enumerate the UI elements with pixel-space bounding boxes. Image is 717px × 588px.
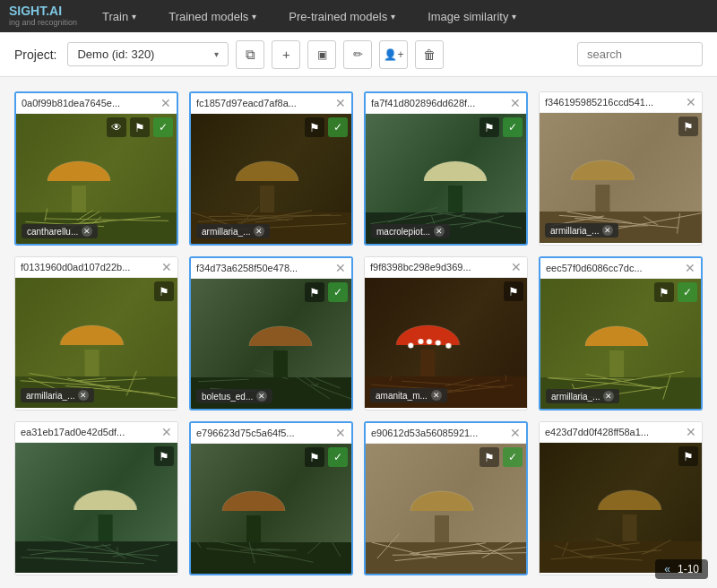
close-icon[interactable]: ✕ xyxy=(161,261,172,273)
image-card: e796623d75c5a64f5...✕⚑✓ xyxy=(189,421,353,575)
card-overlay-icons: 👁⚑✓ xyxy=(107,117,173,137)
card-label: armillaria_...✕ xyxy=(546,389,619,403)
card-overlay-icons: ⚑ xyxy=(154,446,174,466)
label-remove-icon[interactable]: ✕ xyxy=(78,390,89,401)
top-navigation: SIGHT.AI ing and recognition Train ▾ Tra… xyxy=(0,0,717,32)
close-icon[interactable]: ✕ xyxy=(686,426,696,438)
image-card-header: e90612d53a56085921...✕ xyxy=(366,423,526,444)
close-icon[interactable]: ✕ xyxy=(510,427,521,439)
project-dropdown[interactable]: Demo (id: 320) ▾ xyxy=(67,42,229,66)
image-filename: ea31eb17ad0e42d5df... xyxy=(21,427,125,437)
image-card: fc1857d97eacd7af8a...✕⚑✓armillaria_...✕ xyxy=(189,91,353,246)
check-icon: ✓ xyxy=(678,282,697,302)
card-overlay-icons: ⚑✓ xyxy=(654,282,697,302)
project-bar: Project: Demo (id: 320) ▾ ⧉ + ▣ ✏ 👤+ 🗑 xyxy=(0,32,717,77)
nav-train[interactable]: Train ▾ xyxy=(95,6,143,27)
image-card: eec57f0d6086cc7dc...✕⚑✓armillaria_...✕ xyxy=(539,256,703,411)
flag-icon[interactable]: ⚑ xyxy=(479,447,499,467)
label-text: amanita_m... xyxy=(376,391,428,401)
nav-image-similarity[interactable]: Image similarity ▾ xyxy=(420,6,523,27)
label-remove-icon[interactable]: ✕ xyxy=(256,391,267,402)
flag-icon[interactable]: ⚑ xyxy=(305,447,324,467)
image-card: f34d73a6258f50e478...✕⚑✓boletus_ed...✕ xyxy=(189,256,353,411)
label-text: armillaria_... xyxy=(550,226,599,236)
image-card-header: 0a0f99b81dea7645e...✕ xyxy=(16,93,177,114)
chevron-down-icon: ▾ xyxy=(132,12,136,22)
close-icon[interactable]: ✕ xyxy=(685,262,695,274)
flag-icon[interactable]: ⚑ xyxy=(305,282,324,302)
image-card-body: ⚑✓ xyxy=(191,444,351,574)
label-remove-icon[interactable]: ✕ xyxy=(431,390,442,401)
close-icon[interactable]: ✕ xyxy=(335,262,346,274)
image-card-header: eec57f0d6086cc7dc...✕ xyxy=(540,258,701,279)
flag-icon[interactable]: ⚑ xyxy=(678,117,698,136)
card-label: macrolepiot...✕ xyxy=(371,224,450,238)
flag-icon[interactable]: ⚑ xyxy=(479,117,499,137)
image-card-body: ⚑armillaria_...✕ xyxy=(540,113,702,243)
image-card-header: f34d73a6258f50e478...✕ xyxy=(191,258,351,279)
image-filename: fc1857d97eacd7af8a... xyxy=(196,98,297,108)
image-card: f9f8398bc298e9d369...✕⚑amanita_m...✕ xyxy=(364,256,528,411)
label-remove-icon[interactable]: ✕ xyxy=(602,225,613,236)
mushroom-image xyxy=(15,443,177,573)
logo-name: SIGHT.AI xyxy=(9,4,77,18)
image-card: f346195985216ccd541...✕⚑armillaria_...✕ xyxy=(539,91,703,246)
image-card-body: ⚑ xyxy=(540,443,702,573)
prev-page-button[interactable]: « xyxy=(664,563,670,575)
image-card: e90612d53a56085921...✕⚑✓ xyxy=(364,421,528,575)
close-icon[interactable]: ✕ xyxy=(686,96,696,108)
card-overlay-icons: ⚑ xyxy=(504,281,523,301)
image-filename: e423d7dd0f428ff58a1... xyxy=(545,427,649,437)
card-overlay-icons: ⚑ xyxy=(154,281,174,301)
copy-button[interactable]: ⧉ xyxy=(236,40,264,69)
label-remove-icon[interactable]: ✕ xyxy=(82,226,92,237)
edit-button[interactable]: ✏ xyxy=(343,40,372,69)
image-card-body: ⚑ xyxy=(15,443,177,573)
image-card-body: ⚑✓boletus_ed...✕ xyxy=(191,279,351,409)
logo: SIGHT.AI ing and recognition xyxy=(9,4,77,27)
image-card-header: fc1857d97eacd7af8a...✕ xyxy=(191,93,351,114)
flag-icon[interactable]: ⚑ xyxy=(678,446,698,466)
flag-icon[interactable]: ⚑ xyxy=(305,117,324,137)
card-label: cantharellu...✕ xyxy=(22,224,98,238)
image-filename: e796623d75c5a64f5... xyxy=(196,428,295,438)
flag-icon[interactable]: ⚑ xyxy=(504,281,523,301)
image-card: ea31eb17ad0e42d5df...✕⚑ xyxy=(14,421,178,575)
close-icon[interactable]: ✕ xyxy=(511,261,522,273)
flag-icon[interactable]: ⚑ xyxy=(154,446,174,466)
close-icon[interactable]: ✕ xyxy=(335,97,346,109)
image-filename: eec57f0d6086cc7dc... xyxy=(546,263,643,273)
close-icon[interactable]: ✕ xyxy=(335,427,346,439)
eye-icon[interactable]: 👁 xyxy=(107,117,126,137)
check-icon: ✓ xyxy=(328,447,348,467)
image-card-header: f0131960d0ad107d22b...✕ xyxy=(15,257,177,278)
card-overlay-icons: ⚑✓ xyxy=(479,447,523,467)
layers-button[interactable]: ▣ xyxy=(307,40,336,69)
flag-icon[interactable]: ⚑ xyxy=(130,117,150,137)
card-overlay-icons: ⚑✓ xyxy=(305,447,348,467)
image-card-header: f346195985216ccd541...✕ xyxy=(540,92,702,113)
chevron-down-icon: ▾ xyxy=(391,12,395,22)
image-filename: f0131960d0ad107d22b... xyxy=(21,262,130,272)
nav-pretrained-models[interactable]: Pre-trained models ▾ xyxy=(281,6,402,27)
add-button[interactable]: + xyxy=(272,40,300,69)
image-card-header: fa7f41d802896dd628f...✕ xyxy=(366,93,526,114)
label-text: boletus_ed... xyxy=(202,392,253,402)
check-icon: ✓ xyxy=(328,117,348,137)
nav-trained-models[interactable]: Trained models ▾ xyxy=(161,6,263,27)
label-remove-icon[interactable]: ✕ xyxy=(254,226,264,237)
flag-icon[interactable]: ⚑ xyxy=(154,281,174,301)
image-grid: 0a0f99b81dea7645e...✕👁⚑✓cantharellu...✕f… xyxy=(0,77,717,588)
close-icon[interactable]: ✕ xyxy=(161,426,172,438)
card-label: armillaria_...✕ xyxy=(196,224,270,238)
user-add-button[interactable]: 👤+ xyxy=(379,40,408,69)
image-card-body: 👁⚑✓cantharellu...✕ xyxy=(16,114,177,244)
delete-button[interactable]: 🗑 xyxy=(415,40,444,69)
close-icon[interactable]: ✕ xyxy=(510,97,521,109)
label-remove-icon[interactable]: ✕ xyxy=(434,226,445,237)
close-icon[interactable]: ✕ xyxy=(160,97,171,109)
search-input[interactable] xyxy=(577,42,703,66)
flag-icon[interactable]: ⚑ xyxy=(654,282,674,302)
label-remove-icon[interactable]: ✕ xyxy=(603,391,614,402)
image-card-body: ⚑armillaria_...✕ xyxy=(15,278,177,408)
